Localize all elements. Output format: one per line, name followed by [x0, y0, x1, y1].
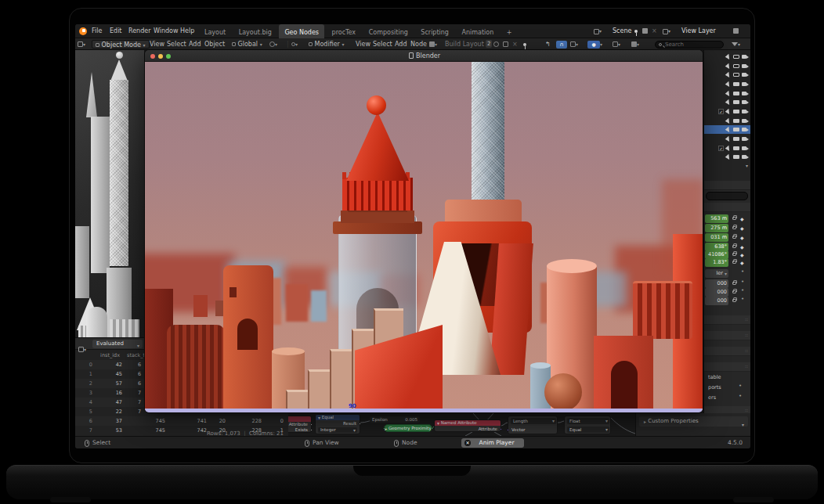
- viewport-menu-select[interactable]: Select: [167, 38, 186, 50]
- scene-copy-icon[interactable]: [642, 24, 648, 38]
- outliner-row[interactable]: ✓: [704, 107, 750, 116]
- attribute-node[interactable]: Attribute Exists: [288, 416, 312, 433]
- node-menu-select[interactable]: Select: [373, 38, 392, 50]
- scene-datablock-icon[interactable]: ▾: [594, 24, 602, 38]
- outliner-row[interactable]: [704, 135, 750, 143]
- render-window[interactable]: Blender: [144, 49, 703, 413]
- parent-tree-icon[interactable]: ↰: [545, 38, 551, 50]
- animate-dot[interactable]: •: [741, 268, 744, 275]
- scale-x-field[interactable]: 000: [705, 279, 728, 288]
- render-window-titlebar[interactable]: Blender: [145, 50, 703, 62]
- node-group-icon[interactable]: ▾: [429, 38, 437, 50]
- column-header-inst-idx[interactable]: inst_idx: [91, 351, 120, 359]
- compare-operation-dropdown[interactable]: Equal▾: [567, 427, 609, 433]
- outliner-checkbox[interactable]: ✓: [718, 146, 724, 151]
- dataset-dropdown[interactable]: Evaluated▾: [92, 340, 143, 348]
- outliner-filter-mode-dropdown[interactable]: ▾: [631, 38, 639, 50]
- lock-icon[interactable]: [732, 299, 736, 302]
- spreadsheet-editor-icon[interactable]: ▾: [78, 341, 86, 356]
- outliner-row-selected[interactable]: [704, 125, 750, 134]
- equal-node[interactable]: ▾ Equal Result Integer▾: [315, 414, 360, 434]
- snap-mode-dropdown[interactable]: ▾: [570, 38, 578, 50]
- snap-magnet-icon[interactable]: ∩: [556, 38, 567, 50]
- lock-icon[interactable]: [732, 290, 736, 293]
- rotation-mode-dropdown[interactable]: ler ▾: [705, 269, 728, 278]
- menu-render[interactable]: Render: [128, 24, 150, 38]
- scene-unlink-icon[interactable]: ×: [652, 24, 657, 38]
- geometry-node-editor[interactable]: Attribute Exists ▾ Equal Result Integer▾…: [288, 413, 635, 436]
- named-attribute-node[interactable]: ▾ Named Attribute Attribute: [434, 419, 501, 432]
- viewport-3d-clay[interactable]: [75, 50, 144, 337]
- outliner-row[interactable]: [704, 117, 750, 125]
- gn-context-dropdown[interactable]: Modifier ▾: [309, 38, 344, 50]
- copy-node-group-icon[interactable]: [503, 38, 508, 50]
- scene-pin-icon[interactable]: [634, 24, 638, 38]
- pivot-dropdown[interactable]: ▾: [269, 38, 277, 50]
- outliner-row[interactable]: [704, 80, 750, 88]
- proportional-falloff-dropdown[interactable]: ●▾: [587, 38, 602, 50]
- collapsed-panel[interactable]: [704, 347, 750, 356]
- keyframe-icon[interactable]: ◆: [740, 225, 744, 231]
- animate-dot[interactable]: •: [741, 296, 744, 302]
- editor-type-icon[interactable]: ▾: [78, 38, 85, 50]
- menu-edit[interactable]: Edit: [110, 24, 122, 38]
- lock-icon[interactable]: [732, 245, 736, 248]
- viewport-menu-add[interactable]: Add: [189, 38, 201, 50]
- compare-node[interactable]: Float▾ Equal▾: [564, 416, 611, 434]
- epsilon-field[interactable]: Epsilon0.005: [370, 416, 420, 423]
- blender-logo-icon[interactable]: [79, 27, 87, 35]
- table-row[interactable]: 637745741202280: [75, 416, 288, 426]
- rotation-z-field[interactable]: 1.83°: [705, 258, 728, 267]
- orphan-icon[interactable]: [493, 38, 499, 50]
- orientation-dropdown[interactable]: Global ▾: [232, 38, 262, 50]
- location-x-field[interactable]: 563 m: [705, 214, 728, 223]
- view-layer-copy-icon[interactable]: [733, 24, 739, 38]
- viewport-menu-object[interactable]: Object: [204, 38, 225, 50]
- search-input[interactable]: [665, 41, 720, 48]
- outliner-row[interactable]: ✓: [704, 144, 750, 153]
- outliner-checkbox[interactable]: ✓: [718, 109, 724, 114]
- equal-mode-dropdown[interactable]: Integer▾: [318, 427, 357, 433]
- anim-player-badge[interactable]: ✕Anim Player: [461, 438, 524, 448]
- lock-icon[interactable]: [732, 282, 736, 285]
- outliner-row[interactable]: [704, 70, 750, 79]
- vector-math-mode-dropdown[interactable]: Length▾: [511, 418, 556, 424]
- compare-type-dropdown[interactable]: Float▾: [567, 418, 609, 424]
- keyframe-icon[interactable]: ◆: [740, 252, 744, 257]
- keyframe-icon[interactable]: ◆: [740, 260, 744, 265]
- node-menu-view[interactable]: View: [356, 38, 370, 50]
- menu-help[interactable]: Help: [180, 24, 194, 38]
- lock-icon[interactable]: [732, 253, 736, 256]
- node-menu-add[interactable]: Add: [395, 38, 407, 50]
- viewport-menu-view[interactable]: View: [150, 38, 164, 50]
- outliner-row[interactable]: [704, 52, 750, 61]
- column-header-stack-t[interactable]: stack_t: [127, 351, 145, 359]
- lock-icon[interactable]: [732, 226, 736, 229]
- proportional-edit-icon[interactable]: ▾: [291, 38, 298, 50]
- node-group-users[interactable]: 2: [486, 40, 492, 48]
- close-icon[interactable]: ✕: [464, 440, 471, 446]
- transform-panel-header[interactable]: [704, 203, 750, 212]
- location-z-field[interactable]: 031 m: [705, 233, 728, 242]
- animate-dot[interactable]: •: [739, 393, 742, 399]
- vector-math-node[interactable]: Length▾ Vector: [508, 416, 558, 434]
- keyframe-icon[interactable]: ◆: [740, 244, 744, 250]
- collapsed-panel[interactable]: [704, 362, 750, 372]
- filter-funnel-icon[interactable]: ▾: [732, 38, 740, 50]
- view-layer-icon[interactable]: ▾: [663, 24, 670, 38]
- animate-dot[interactable]: •: [741, 287, 744, 293]
- unlink-node-group-icon[interactable]: ×: [512, 38, 518, 50]
- lock-icon[interactable]: [732, 261, 736, 264]
- scale-y-field[interactable]: 000: [705, 288, 728, 297]
- keyframe-icon[interactable]: ◆: [740, 216, 744, 221]
- node-menu-node[interactable]: Node: [410, 38, 427, 50]
- outliner-row[interactable]: [704, 98, 750, 106]
- scene-selector[interactable]: Scene: [613, 24, 631, 38]
- outliner-row[interactable]: [704, 62, 750, 70]
- scale-z-field[interactable]: 000: [705, 297, 728, 305]
- custom-properties-panel[interactable]: ▸ Custom Properties▾: [639, 416, 748, 427]
- location-y-field[interactable]: 275 m: [705, 224, 728, 232]
- timeline-progress-bar[interactable]: [145, 409, 703, 412]
- collapsed-panel[interactable]: [704, 331, 750, 340]
- view-layer-selector[interactable]: View Layer: [681, 24, 716, 38]
